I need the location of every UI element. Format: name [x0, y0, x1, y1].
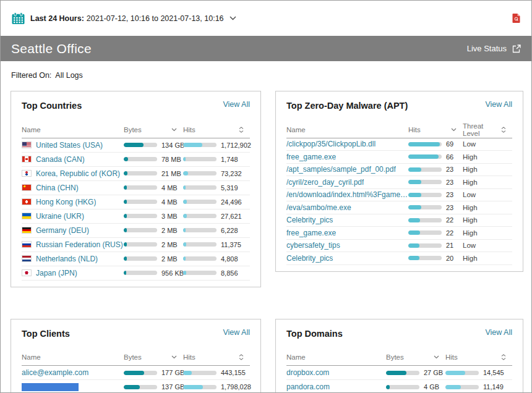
bytes-value: 21 MB [161, 170, 181, 177]
hits-value: 69 [446, 140, 453, 148]
column-header-threat[interactable]: Threat Level [463, 122, 512, 137]
name-link[interactable]: United States (USA) [36, 141, 103, 150]
column-label: Name [286, 353, 306, 361]
hits-value: 24,496 [221, 198, 242, 206]
name-link[interactable]: Germany (DEU) [36, 226, 89, 235]
name-link[interactable]: Celebrity_pics [286, 254, 333, 263]
column-header-hits[interactable]: Hits [183, 126, 250, 133]
sort-desc-chevron-icon [434, 355, 439, 359]
table-row: /eva/sambo/me.exe23High [286, 201, 512, 214]
bytes-bar [386, 385, 419, 389]
live-status-button[interactable]: Live Status [467, 44, 521, 53]
name-link[interactable]: pandora.com [286, 382, 330, 391]
view-all-link[interactable]: View All [223, 100, 250, 109]
flag-hkg-icon [22, 198, 32, 205]
pdf-export-icon[interactable] [512, 14, 520, 23]
hits-value: 23 [446, 191, 453, 198]
app-bar: Seattle Office Live Status [1, 36, 531, 61]
name-link[interactable]: China (CHN) [36, 184, 79, 192]
top-bar: Last 24 Hours:2021-07-12, 10:16 to 2021-… [1, 1, 531, 36]
bytes-value: 3 MB [161, 213, 178, 220]
hits-value: 73,232 [221, 170, 242, 177]
hits-bar [183, 214, 217, 218]
table-row: free_game.exe66High [286, 151, 512, 164]
bytes-value: 4 MB [161, 198, 178, 206]
flag-ukr-icon [22, 213, 32, 219]
hits-bar [408, 230, 442, 235]
name-link[interactable]: Russian Federation (RUS) [36, 240, 123, 249]
top-countries-table: NameBytesHits United States (USA)134 GB1… [22, 122, 250, 281]
panel-top-malware: Top Zero-Day Malware (APT) View All Name… [275, 91, 523, 272]
column-header-name: Name [286, 126, 408, 133]
hits-bar [408, 167, 442, 172]
name-link[interactable]: Celebrity_pics [286, 216, 333, 224]
column-header-name: Name [22, 126, 124, 133]
bytes-value: 134 GB [161, 142, 184, 149]
table-row: dropbox.com27 GB14,545 [286, 366, 512, 380]
name-link[interactable]: /en/download/index.html%3Fgame%3Dextreme… [286, 190, 408, 199]
filter-line: Filtered On: All Logs [1, 61, 531, 91]
name-link[interactable]: /apt_samples/sample_pdf_00.pdf [286, 165, 396, 174]
view-all-link[interactable]: View All [223, 328, 250, 337]
hits-bar [183, 242, 217, 247]
flag-kor-icon [22, 170, 32, 177]
table-row: Korea, Republic of (KOR)21 MB73,232 [22, 167, 250, 181]
table-row: /cyril/zero_day_cyril.pdf23High [286, 176, 512, 189]
name-link[interactable]: cybersafety_tips [286, 241, 340, 250]
table-row: United States (USA)134 GB1,712,902 [22, 138, 250, 153]
name-link[interactable]: /clickpop/35/ClickpopLib.dll [286, 140, 375, 148]
column-header-hits[interactable]: Hits [408, 126, 463, 133]
name-link[interactable]: Japan (JPN) [36, 269, 77, 277]
column-header-hits[interactable]: Hits [445, 353, 512, 361]
column-label: Name [22, 126, 41, 133]
column-header-bytes[interactable]: Bytes [124, 353, 183, 361]
column-label: Threat Level [463, 122, 501, 137]
column-label: Hits [408, 126, 421, 133]
hits-bar [183, 171, 217, 175]
name-link[interactable]: Hong Kong (HKG) [36, 198, 96, 206]
name-link[interactable]: Canada (CAN) [36, 155, 85, 164]
name-link[interactable]: free_game.exe [286, 229, 336, 237]
table-row: Hong Kong (HKG)4 MB24,496 [22, 195, 250, 209]
threat-level: High [463, 179, 512, 186]
view-all-link[interactable]: View All [485, 328, 512, 337]
column-label: Name [286, 126, 306, 133]
flag-nld-icon [22, 255, 32, 262]
name-link[interactable]: free_game.exe [286, 153, 336, 161]
column-header-bytes[interactable]: Bytes [124, 126, 183, 133]
column-label: Hits [183, 353, 195, 361]
name-link[interactable]: dropbox.com [286, 368, 329, 377]
name-link[interactable]: /eva/sambo/me.exe [286, 203, 351, 212]
table-row: Japan (JPN)956 KB8,856 [22, 266, 250, 281]
threat-level: High [463, 153, 512, 161]
bytes-bar [124, 185, 157, 190]
hits-value: 21 [446, 242, 453, 249]
name-link[interactable]: Ukraine (UKR) [36, 212, 84, 221]
name-link[interactable]: /cyril/zero_day_cyril.pdf [286, 178, 364, 187]
hits-value: 1,798,028 [221, 383, 251, 391]
name-link[interactable]: Netherlands (NLD) [36, 255, 98, 263]
threat-level: Low [463, 191, 512, 198]
name-link[interactable]: Korea, Republic of (KOR) [36, 169, 120, 178]
view-all-link[interactable]: View All [485, 100, 512, 109]
column-label: Bytes [124, 126, 142, 133]
column-header-hits[interactable]: Hits [183, 353, 250, 361]
name-link[interactable]: alice@example.com [22, 368, 88, 377]
hits-bar [183, 228, 217, 232]
table-row: Germany (DEU)2 MB6,228 [22, 224, 250, 238]
sort-updown-icon [239, 354, 244, 360]
hits-value: 1,748 [221, 156, 238, 163]
date-range-selector[interactable]: Last 24 Hours:2021-07-12, 10:16 to 2021-… [12, 12, 236, 25]
hits-bar [408, 243, 442, 248]
panel-title: Top Domains [286, 328, 343, 340]
hits-value: 23 [446, 179, 453, 186]
hits-value: 11,375 [221, 241, 241, 248]
redacted-client-name [22, 383, 79, 391]
column-header-bytes[interactable]: Bytes [386, 353, 445, 361]
calendar-icon [12, 12, 25, 25]
bytes-bar [124, 200, 157, 204]
bytes-bar [386, 371, 419, 375]
panel-top-domains: Top Domains View All NameBytesHits dropb… [275, 319, 523, 393]
hits-value: 5,319 [221, 184, 238, 192]
hits-bar [408, 205, 442, 209]
